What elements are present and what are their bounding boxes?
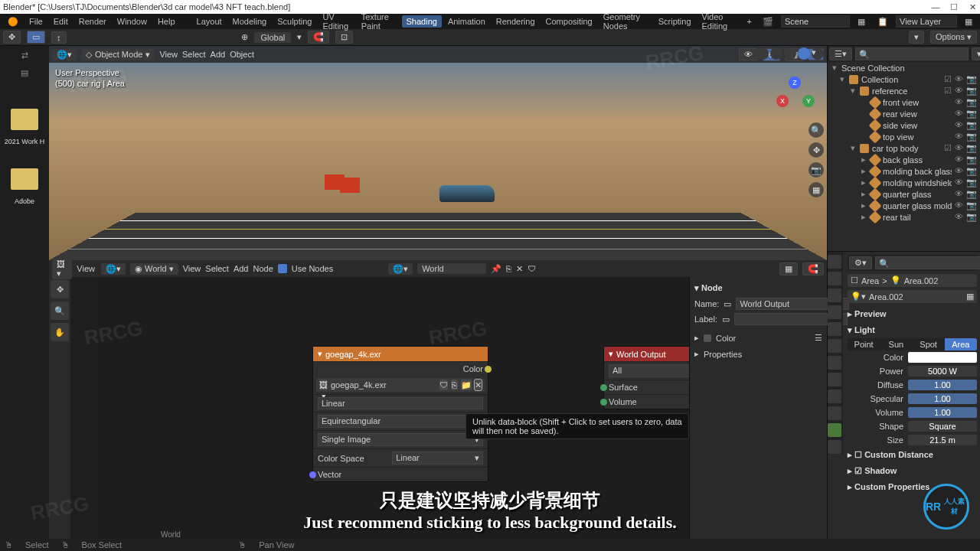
axis-z-icon[interactable]: Z bbox=[789, 77, 801, 89]
shadow-panel[interactable]: ▸ ☑ Shadow bbox=[848, 463, 977, 479]
perspective-icon[interactable]: ▦ bbox=[808, 182, 824, 197]
tab-uv[interactable]: UV Editing bbox=[318, 11, 354, 32]
props-type-icon[interactable]: ⚙▾ bbox=[849, 256, 872, 269]
editor-type-icon[interactable]: 🌐▾ bbox=[52, 49, 77, 60]
nav-gizmo[interactable]: Z Y X bbox=[776, 77, 815, 115]
snap-target-icon[interactable]: ⊡ bbox=[335, 31, 353, 44]
light-type-sun[interactable]: Sun bbox=[880, 338, 912, 350]
outliner-item[interactable]: rear view bbox=[883, 109, 952, 119]
ne-menu-view[interactable]: View bbox=[183, 264, 201, 273]
custom-distance-panel[interactable]: ▸ ☐ Custom Distance bbox=[848, 447, 977, 463]
outliner-type-icon[interactable]: ☰▾ bbox=[829, 47, 852, 60]
vp-menu-object[interactable]: Object bbox=[230, 50, 254, 59]
drag-icon[interactable]: ↕ bbox=[51, 31, 67, 44]
collapse-icon[interactable]: ▾ bbox=[318, 349, 322, 359]
tab-layout[interactable]: Layout bbox=[192, 15, 227, 28]
projection-select[interactable]: Equirectangular ▾ bbox=[318, 415, 483, 428]
tab-rendering[interactable]: Rendering bbox=[492, 15, 540, 28]
size-value[interactable]: 21.5 m bbox=[908, 435, 977, 445]
filter-icon[interactable]: ▾ bbox=[972, 47, 980, 60]
toolshelf-icon[interactable]: ⇄ bbox=[21, 51, 28, 60]
tab-constraint-icon[interactable] bbox=[828, 406, 841, 420]
shade-matprev-icon[interactable] bbox=[784, 47, 796, 60]
pin-icon[interactable]: 📌 bbox=[491, 264, 501, 274]
scene-field[interactable] bbox=[781, 15, 850, 28]
shade-wire-icon[interactable] bbox=[756, 47, 769, 60]
preview-panel[interactable]: ▸ Preview bbox=[848, 306, 977, 322]
overlay-icon[interactable]: 👁 bbox=[739, 48, 758, 60]
light-color-swatch[interactable] bbox=[908, 352, 977, 363]
tab-texpaint[interactable]: Texture Paint bbox=[357, 11, 400, 32]
outliner-item[interactable]: rear tail bbox=[883, 213, 952, 222]
outliner-item[interactable]: quarter glass molding bbox=[883, 201, 952, 210]
maximize-icon[interactable]: ☐ bbox=[949, 2, 959, 12]
outliner-item[interactable]: molding back glass bbox=[883, 167, 952, 176]
tab-material-icon[interactable] bbox=[828, 440, 841, 454]
collection-reference[interactable]: reference bbox=[872, 86, 941, 96]
socket-surface-in[interactable] bbox=[600, 384, 607, 391]
unlink-image-icon[interactable]: ✕ bbox=[475, 380, 482, 390]
color-swatch-icon[interactable] bbox=[704, 334, 711, 342]
render-icon[interactable]: 📷 bbox=[966, 74, 977, 84]
scene-collection[interactable]: Scene Collection bbox=[841, 64, 977, 73]
tab-compositing[interactable]: Compositing bbox=[541, 15, 597, 28]
vp-menu-select[interactable]: Select bbox=[182, 50, 206, 59]
ne-overlay-icon[interactable]: ▦ bbox=[779, 262, 798, 276]
fake-user-icon[interactable]: 🛡 bbox=[528, 264, 536, 273]
tab-modifier-icon[interactable] bbox=[828, 356, 841, 370]
props-search[interactable] bbox=[875, 256, 980, 269]
snap-global[interactable]: Global bbox=[254, 32, 291, 43]
sidebar-heading[interactable]: ▾ Node bbox=[693, 280, 824, 296]
tab-scene-icon[interactable] bbox=[828, 305, 841, 319]
collection-car[interactable]: car top body bbox=[872, 144, 941, 153]
datablock-new-icon[interactable]: ▦ bbox=[966, 292, 974, 302]
toolshelf-icon-2[interactable]: ▤ bbox=[21, 68, 28, 78]
shade-dropdown-icon[interactable]: ▾ bbox=[812, 47, 824, 60]
cursor-tool-icon[interactable]: ✥ bbox=[3, 31, 21, 44]
tab-render-icon[interactable] bbox=[828, 255, 841, 269]
uv-cursor-icon[interactable]: ✥ bbox=[51, 280, 69, 298]
filter-icon[interactable]: ▾ bbox=[909, 31, 924, 44]
color-section[interactable]: Color bbox=[716, 334, 736, 343]
vp-menu-add[interactable]: Add bbox=[211, 50, 226, 59]
light-type-point[interactable]: Point bbox=[848, 338, 880, 350]
fake-user-icon[interactable]: 🛡 bbox=[439, 380, 448, 390]
list-icon[interactable]: ☰ bbox=[815, 333, 822, 343]
ne-menu-node[interactable]: Node bbox=[253, 264, 273, 273]
axis-x-icon[interactable]: X bbox=[776, 95, 789, 107]
options-btn[interactable]: Options ▾ bbox=[930, 31, 977, 44]
specular-value[interactable]: 1.00 bbox=[908, 393, 977, 404]
layer-new-icon[interactable]: ▦ bbox=[960, 15, 977, 28]
checkbox-icon[interactable]: ☑ bbox=[944, 74, 952, 84]
breadcrumb-1[interactable]: Area bbox=[861, 276, 879, 285]
outliner-search[interactable] bbox=[855, 47, 969, 60]
tab-world-icon[interactable] bbox=[828, 322, 841, 336]
interpolation-select[interactable]: Linear bbox=[318, 397, 483, 409]
node-shader-type[interactable]: ◉ World ▾ bbox=[130, 263, 178, 275]
orientation-icon[interactable]: ⊕ bbox=[241, 32, 248, 42]
folder-icon[interactable] bbox=[11, 109, 38, 130]
world-datablock[interactable]: World bbox=[417, 263, 486, 274]
node-env-texture[interactable]: ▾goegap_4k.exr Color 🖼▾ 🛡 ⎘ 📁 ✕ Linear E… bbox=[312, 346, 488, 482]
tab-viewlayer-icon[interactable] bbox=[828, 289, 841, 302]
uv-pan-icon[interactable]: ✋ bbox=[51, 323, 69, 341]
collapse-icon[interactable]: ▾ bbox=[609, 349, 613, 359]
light-panel[interactable]: ▾ Light bbox=[848, 322, 977, 338]
image-type-icon[interactable]: 🖼▾ bbox=[319, 380, 328, 390]
breadcrumb-2[interactable]: Area.002 bbox=[904, 276, 939, 285]
shade-solid-icon[interactable] bbox=[770, 47, 782, 60]
datablock-icon[interactable]: 💡▾ bbox=[851, 292, 866, 302]
tab-output-icon[interactable] bbox=[828, 272, 841, 285]
menu-help[interactable]: Help bbox=[153, 15, 180, 28]
ne-menu-select[interactable]: Select bbox=[205, 264, 229, 273]
close-icon[interactable]: ✕ bbox=[968, 2, 977, 12]
outliner-item[interactable]: molding windshield bbox=[883, 178, 952, 187]
outliner[interactable]: ☰▾ ▾ ▾Scene Collection ▾Collection☑👁📷 ▾r… bbox=[828, 46, 980, 251]
shade-render-icon[interactable] bbox=[798, 47, 810, 60]
properties-tabs[interactable] bbox=[828, 252, 843, 454]
tab-scripting[interactable]: Scripting bbox=[654, 15, 696, 28]
light-type-spot[interactable]: Spot bbox=[913, 338, 945, 350]
viewlayer-field[interactable] bbox=[896, 15, 957, 28]
menu-edit[interactable]: Edit bbox=[49, 15, 73, 28]
snap-toggle-icon[interactable]: 🧲 bbox=[308, 31, 329, 44]
